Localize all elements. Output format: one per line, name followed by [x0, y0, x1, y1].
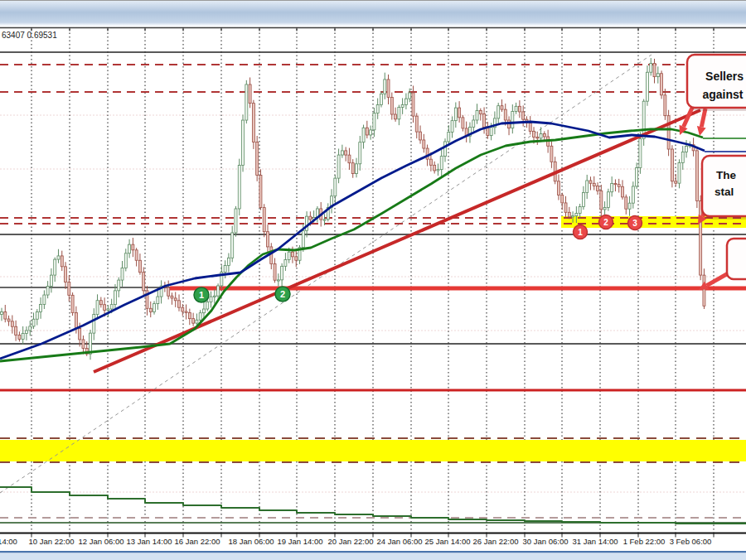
candle [622, 186, 624, 197]
candle [646, 72, 648, 101]
candle [543, 133, 545, 137]
candle [387, 80, 390, 98]
candle [501, 106, 503, 109]
x-axis-label: 3 Feb 06:00 [670, 537, 712, 546]
x-axis-label: 24 Jan 06:00 [377, 537, 423, 546]
candle [451, 121, 453, 133]
candle [259, 176, 262, 208]
candle [182, 307, 184, 311]
candle [99, 301, 102, 305]
candle [281, 266, 283, 280]
candle [572, 216, 574, 217]
x-axis-labels: 14:0010 Jan 22:0012 Jan 06:0013 Jan 14:0… [0, 537, 711, 546]
candle [664, 95, 666, 116]
x-axis-label: 1 Feb 22:00 [623, 537, 666, 546]
x-axis-label: 14:00 [0, 537, 17, 546]
candle [557, 181, 560, 196]
candle [302, 230, 304, 247]
candle [46, 286, 49, 295]
candle [18, 335, 21, 339]
candle [695, 151, 698, 201]
window-bottom-bar [0, 553, 746, 560]
callout-sellers[interactable]: Sellers against [687, 55, 746, 111]
candle [227, 258, 230, 265]
candle [661, 74, 663, 95]
candle [309, 216, 312, 220]
bottom-gap [0, 548, 746, 551]
candle [362, 128, 365, 142]
candle [419, 132, 422, 140]
candle [114, 291, 116, 305]
candle [32, 319, 35, 326]
candle [188, 312, 191, 318]
candle [334, 178, 337, 196]
candle [533, 131, 535, 137]
candle [11, 321, 13, 326]
candle [429, 159, 432, 165]
candle [550, 146, 553, 162]
candle [68, 282, 70, 296]
red-marker-number: 1 [578, 228, 583, 237]
x-axis-label: 31 Jan 14:00 [573, 537, 618, 546]
candle [295, 257, 298, 260]
candle [628, 203, 631, 209]
green-marker-number: 1 [199, 290, 204, 300]
callout-box[interactable] [727, 239, 746, 279]
candle [157, 297, 159, 304]
candle [337, 155, 340, 178]
callout-empty[interactable] [727, 239, 746, 279]
candle [57, 256, 60, 259]
candle [65, 267, 67, 282]
candle [192, 319, 195, 324]
candle [614, 184, 617, 185]
candle [138, 260, 141, 272]
candle [703, 275, 705, 306]
bottom-bar-line [0, 551, 746, 553]
candle [267, 232, 269, 247]
candle [249, 84, 251, 104]
candle [398, 107, 400, 118]
candle [153, 304, 156, 312]
candle [636, 168, 638, 186]
candle [504, 109, 506, 120]
candle [274, 264, 276, 281]
candle [256, 142, 259, 176]
candle [25, 331, 27, 333]
candle [603, 208, 606, 210]
candle [522, 112, 525, 119]
candle [345, 151, 347, 155]
candle [263, 208, 265, 232]
candle [448, 133, 450, 142]
candle [206, 302, 209, 310]
candle [7, 319, 10, 321]
x-axis-label: 19 Jan 14:00 [278, 537, 323, 546]
candle [121, 268, 124, 280]
candle [589, 181, 592, 183]
candle [575, 213, 578, 215]
x-axis-label: 18 Jan 06:00 [229, 537, 274, 546]
candle [667, 116, 670, 149]
candle [107, 309, 109, 311]
candle [252, 104, 254, 142]
candle [306, 216, 308, 230]
trading-chart-window: 12123 63407 0.69531 Sellers against The … [0, 0, 746, 560]
candle [611, 184, 613, 192]
callout-stall[interactable]: The stal [702, 156, 746, 220]
candle [401, 104, 404, 107]
candle [61, 256, 63, 267]
candle [653, 63, 656, 76]
x-axis-label: 12 Jan 06:00 [79, 537, 124, 546]
candle [600, 191, 603, 210]
candle [4, 312, 7, 320]
candle [518, 106, 521, 112]
window-top-bar [0, 0, 746, 27]
candle [284, 260, 287, 267]
candle [135, 250, 138, 260]
candle [174, 298, 177, 301]
candle [224, 265, 226, 272]
candle [351, 163, 354, 174]
instrument-price-label: 63407 0.69531 [2, 31, 57, 40]
candle [196, 320, 198, 323]
x-axis-label: 26 Jan 22:00 [473, 537, 519, 546]
candle [458, 108, 461, 118]
